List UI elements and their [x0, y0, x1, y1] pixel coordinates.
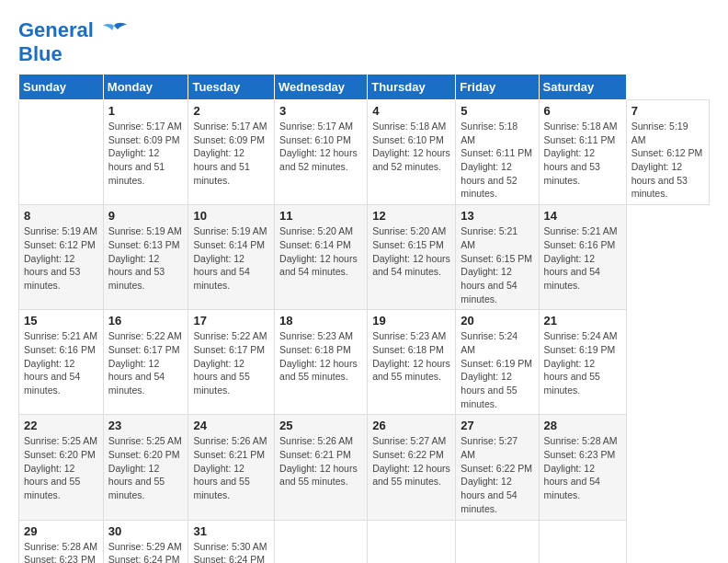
day-number: 25	[279, 419, 362, 432]
logo-blue-text: Blue	[18, 42, 63, 65]
day-info: Sunrise: 5:24 AMSunset: 6:19 PMDaylight:…	[461, 330, 532, 408]
calendar-cell: 9 Sunrise: 5:19 AMSunset: 6:13 PMDayligh…	[103, 205, 188, 310]
day-number: 17	[193, 314, 269, 327]
day-number: 30	[108, 524, 184, 538]
calendar-cell: 27 Sunrise: 5:27 AMSunset: 6:22 PMDaylig…	[456, 415, 539, 520]
day-info: Sunrise: 5:28 AMSunset: 6:23 PMDaylight:…	[544, 435, 618, 500]
calendar-header-wednesday: Wednesday	[275, 75, 368, 100]
calendar-cell: 16 Sunrise: 5:22 AMSunset: 6:17 PMDaylig…	[103, 310, 188, 415]
day-number: 8	[24, 209, 98, 223]
calendar-cell: 4 Sunrise: 5:18 AMSunset: 6:10 PMDayligh…	[368, 100, 456, 205]
day-info: Sunrise: 5:27 AMSunset: 6:22 PMDaylight:…	[461, 435, 532, 513]
calendar-cell: 28 Sunrise: 5:28 AMSunset: 6:23 PMDaylig…	[539, 415, 626, 520]
day-info: Sunrise: 5:21 AMSunset: 6:16 PMDaylight:…	[24, 330, 97, 396]
calendar-week-row: 15 Sunrise: 5:21 AMSunset: 6:16 PMDaylig…	[19, 310, 710, 415]
day-info: Sunrise: 5:27 AMSunset: 6:22 PMDaylight:…	[372, 435, 450, 487]
calendar-header-tuesday: Tuesday	[188, 75, 275, 100]
calendar-header-saturday: Saturday	[539, 75, 626, 100]
calendar-table: SundayMondayTuesdayWednesdayThursdayFrid…	[18, 74, 710, 563]
day-info: Sunrise: 5:18 AMSunset: 6:11 PMDaylight:…	[544, 121, 618, 186]
day-info: Sunrise: 5:24 AMSunset: 6:19 PMDaylight:…	[544, 330, 618, 396]
calendar-header-thursday: Thursday	[368, 75, 456, 100]
day-info: Sunrise: 5:28 AMSunset: 6:23 PMDaylight:…	[24, 541, 97, 564]
calendar-cell	[539, 520, 626, 563]
day-info: Sunrise: 5:22 AMSunset: 6:17 PMDaylight:…	[108, 330, 182, 396]
calendar-cell: 30 Sunrise: 5:29 AMSunset: 6:24 PMDaylig…	[103, 520, 188, 563]
day-number: 12	[372, 209, 450, 223]
calendar-cell	[368, 520, 456, 563]
day-number: 23	[108, 419, 184, 432]
day-info: Sunrise: 5:23 AMSunset: 6:18 PMDaylight:…	[279, 330, 358, 382]
day-number: 3	[279, 104, 362, 118]
day-number: 14	[544, 209, 621, 223]
day-info: Sunrise: 5:17 AMSunset: 6:10 PMDaylight:…	[279, 121, 358, 172]
day-number: 7	[631, 104, 704, 118]
day-number: 21	[544, 314, 621, 327]
day-info: Sunrise: 5:19 AMSunset: 6:14 PMDaylight:…	[193, 225, 267, 291]
day-number: 20	[461, 314, 533, 327]
calendar-week-row: 22 Sunrise: 5:25 AMSunset: 6:20 PMDaylig…	[19, 415, 710, 520]
day-info: Sunrise: 5:29 AMSunset: 6:24 PMDaylight:…	[108, 541, 182, 564]
logo-bird-icon	[101, 22, 127, 40]
day-number: 10	[193, 209, 269, 223]
calendar-cell: 31 Sunrise: 5:30 AMSunset: 6:24 PMDaylig…	[188, 520, 275, 563]
calendar-cell: 20 Sunrise: 5:24 AMSunset: 6:19 PMDaylig…	[456, 310, 539, 415]
calendar-header-friday: Friday	[456, 75, 539, 100]
calendar-cell: 12 Sunrise: 5:20 AMSunset: 6:15 PMDaylig…	[368, 205, 456, 310]
calendar-week-row: 8 Sunrise: 5:19 AMSunset: 6:12 PMDayligh…	[19, 205, 710, 310]
day-number: 24	[193, 419, 269, 432]
calendar-week-row: 1 Sunrise: 5:17 AMSunset: 6:09 PMDayligh…	[19, 100, 710, 205]
day-number: 1	[108, 104, 184, 118]
calendar-cell: 8 Sunrise: 5:19 AMSunset: 6:12 PMDayligh…	[19, 205, 104, 310]
day-info: Sunrise: 5:21 AMSunset: 6:15 PMDaylight:…	[461, 225, 532, 304]
calendar-cell: 19 Sunrise: 5:23 AMSunset: 6:18 PMDaylig…	[368, 310, 456, 415]
day-number: 6	[544, 104, 621, 118]
day-info: Sunrise: 5:18 AMSunset: 6:11 PMDaylight:…	[461, 121, 532, 199]
day-info: Sunrise: 5:23 AMSunset: 6:18 PMDaylight:…	[372, 330, 450, 382]
logo: General Blue	[18, 18, 127, 66]
day-info: Sunrise: 5:17 AMSunset: 6:09 PMDaylight:…	[193, 121, 267, 186]
calendar-header-sunday: Sunday	[19, 75, 104, 100]
day-info: Sunrise: 5:20 AMSunset: 6:15 PMDaylight:…	[372, 225, 450, 277]
logo-text: General	[18, 18, 127, 42]
calendar-cell: 26 Sunrise: 5:27 AMSunset: 6:22 PMDaylig…	[368, 415, 456, 520]
day-number: 15	[24, 314, 98, 327]
day-number: 2	[193, 104, 269, 118]
calendar-cell: 13 Sunrise: 5:21 AMSunset: 6:15 PMDaylig…	[456, 205, 539, 310]
calendar-cell: 6 Sunrise: 5:18 AMSunset: 6:11 PMDayligh…	[539, 100, 626, 205]
day-number: 31	[193, 524, 269, 538]
day-info: Sunrise: 5:18 AMSunset: 6:10 PMDaylight:…	[372, 121, 450, 172]
day-number: 5	[461, 104, 533, 118]
calendar-header-monday: Monday	[103, 75, 188, 100]
day-number: 19	[372, 314, 450, 327]
calendar-cell	[456, 520, 539, 563]
calendar-cell: 2 Sunrise: 5:17 AMSunset: 6:09 PMDayligh…	[188, 100, 275, 205]
day-number: 26	[372, 419, 450, 432]
day-number: 22	[24, 419, 98, 432]
day-number: 11	[279, 209, 362, 223]
calendar-cell: 3 Sunrise: 5:17 AMSunset: 6:10 PMDayligh…	[275, 100, 368, 205]
calendar-cell: 10 Sunrise: 5:19 AMSunset: 6:14 PMDaylig…	[188, 205, 275, 310]
calendar-cell	[19, 100, 104, 205]
calendar-cell: 24 Sunrise: 5:26 AMSunset: 6:21 PMDaylig…	[188, 415, 275, 520]
day-info: Sunrise: 5:19 AMSunset: 6:12 PMDaylight:…	[631, 121, 703, 199]
day-info: Sunrise: 5:19 AMSunset: 6:12 PMDaylight:…	[24, 225, 97, 291]
day-info: Sunrise: 5:25 AMSunset: 6:20 PMDaylight:…	[108, 435, 182, 500]
calendar-week-row: 29 Sunrise: 5:28 AMSunset: 6:23 PMDaylig…	[19, 520, 710, 563]
calendar-cell: 21 Sunrise: 5:24 AMSunset: 6:19 PMDaylig…	[539, 310, 626, 415]
day-number: 16	[108, 314, 184, 327]
day-info: Sunrise: 5:25 AMSunset: 6:20 PMDaylight:…	[24, 435, 97, 500]
calendar-cell: 11 Sunrise: 5:20 AMSunset: 6:14 PMDaylig…	[275, 205, 368, 310]
day-info: Sunrise: 5:26 AMSunset: 6:21 PMDaylight:…	[279, 435, 358, 487]
calendar-cell: 23 Sunrise: 5:25 AMSunset: 6:20 PMDaylig…	[103, 415, 188, 520]
calendar-cell: 15 Sunrise: 5:21 AMSunset: 6:16 PMDaylig…	[19, 310, 104, 415]
day-number: 13	[461, 209, 533, 223]
day-number: 18	[279, 314, 362, 327]
calendar-cell: 18 Sunrise: 5:23 AMSunset: 6:18 PMDaylig…	[275, 310, 368, 415]
calendar-cell: 22 Sunrise: 5:25 AMSunset: 6:20 PMDaylig…	[19, 415, 104, 520]
day-number: 29	[24, 524, 98, 538]
day-info: Sunrise: 5:20 AMSunset: 6:14 PMDaylight:…	[279, 225, 358, 277]
day-info: Sunrise: 5:26 AMSunset: 6:21 PMDaylight:…	[193, 435, 267, 500]
day-number: 28	[544, 419, 621, 432]
day-info: Sunrise: 5:22 AMSunset: 6:17 PMDaylight:…	[193, 330, 267, 396]
